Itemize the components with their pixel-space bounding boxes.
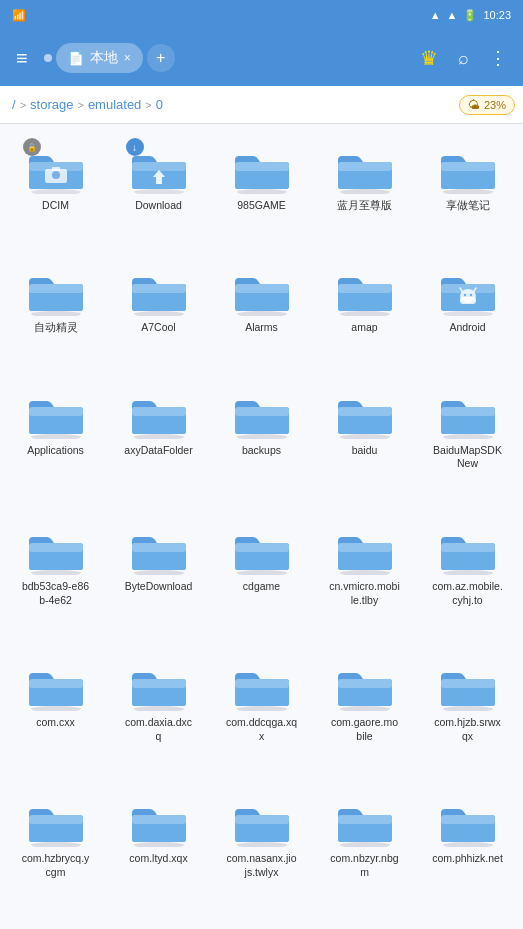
list-item[interactable]: com.nasanx.jiojs.twlyx: [210, 785, 313, 921]
folder-icon: 🔒: [25, 142, 87, 194]
breadcrumb-emulated[interactable]: emulated: [88, 97, 141, 112]
breadcrumb-storage[interactable]: storage: [30, 97, 73, 112]
svg-rect-42: [29, 407, 83, 416]
list-item[interactable]: amap: [313, 254, 416, 376]
svg-rect-15: [338, 162, 392, 171]
list-item[interactable]: BaiduMapSDKNew: [416, 377, 519, 513]
file-label: 自动精灵: [34, 321, 78, 335]
folder-icon: [25, 659, 87, 711]
svg-rect-8: [132, 162, 186, 171]
list-item[interactable]: axyDataFolder: [107, 377, 210, 513]
storage-percent: 23%: [484, 99, 506, 111]
app-bar: ≡ 📄 本地 × + ♛ ⌕ ⋮: [0, 30, 523, 86]
svg-rect-90: [132, 815, 186, 824]
list-item[interactable]: cn.vmicro.mobile.tlby: [313, 513, 416, 649]
list-item[interactable]: Applications: [4, 377, 107, 513]
list-item[interactable]: ByteDownload: [107, 513, 210, 649]
status-bar: 📶 ▲ ▲ 🔋 10:23: [0, 0, 523, 30]
file-label: 985GAME: [237, 199, 285, 213]
breadcrumb-sep1: >: [20, 99, 26, 111]
svg-point-94: [340, 842, 390, 847]
breadcrumb-sep3: >: [145, 99, 151, 111]
search-button[interactable]: ⌕: [450, 40, 477, 77]
svg-rect-24: [132, 284, 186, 293]
list-item[interactable]: cdgame: [210, 513, 313, 649]
file-label: com.hzbrycq.ycgm: [20, 852, 92, 879]
app-bar-actions: ♛ ⌕ ⋮: [412, 38, 515, 78]
tab-label: 本地: [90, 49, 118, 67]
svg-rect-27: [235, 284, 289, 293]
breadcrumb-root[interactable]: /: [12, 97, 16, 112]
svg-rect-87: [29, 815, 83, 824]
file-label: axyDataFolder: [124, 444, 192, 458]
active-tab[interactable]: 📄 本地 ×: [56, 43, 143, 73]
list-item[interactable]: 享做笔记: [416, 132, 519, 254]
list-item[interactable]: Android: [416, 254, 519, 376]
tab-dot-left: [44, 54, 52, 62]
list-item[interactable]: 蓝月至尊版: [313, 132, 416, 254]
list-item[interactable]: com.cxx: [4, 649, 107, 785]
signal-icon: ▲: [447, 9, 458, 21]
list-item[interactable]: baidu: [313, 377, 416, 513]
list-item[interactable]: com.hjzb.srwxqx: [416, 649, 519, 785]
list-item[interactable]: com.ltyd.xqx: [107, 785, 210, 921]
svg-point-82: [443, 706, 493, 711]
svg-point-19: [31, 311, 81, 316]
svg-point-73: [134, 706, 184, 711]
folder-icon: [437, 523, 499, 575]
list-item[interactable]: ↓Download: [107, 132, 210, 254]
crown-icon[interactable]: ♛: [412, 38, 446, 78]
list-item[interactable]: com.hzbrycq.ycgm: [4, 785, 107, 921]
folder-icon: [25, 795, 87, 847]
svg-point-13: [340, 189, 390, 194]
list-item[interactable]: Alarms: [210, 254, 313, 376]
tab-close-button[interactable]: ×: [124, 51, 131, 65]
svg-rect-75: [132, 679, 186, 688]
folder-icon: [437, 795, 499, 847]
svg-point-0: [31, 189, 81, 194]
wifi-icon: ▲: [430, 9, 441, 21]
file-label: cn.vmicro.mobile.tlby: [329, 580, 401, 607]
list-item[interactable]: com.az.mobile.cyhj.to: [416, 513, 519, 649]
file-label: bdb53ca9-e86b-4e62: [20, 580, 92, 607]
file-label: com.phhizk.net: [432, 852, 503, 866]
battery-icon: 🔋: [463, 9, 477, 22]
svg-point-85: [31, 842, 81, 847]
breadcrumb-current[interactable]: 0: [156, 97, 163, 112]
svg-point-55: [31, 570, 81, 575]
weather-icon: 🌤: [468, 98, 480, 112]
breadcrumb: / > storage > emulated > 0 🌤 23%: [0, 86, 523, 124]
list-item[interactable]: com.daxia.dxcq: [107, 649, 210, 785]
svg-point-25: [237, 311, 287, 316]
menu-button[interactable]: ≡: [8, 39, 36, 78]
file-label: cdgame: [243, 580, 280, 594]
svg-rect-45: [132, 407, 186, 416]
file-label: com.ddcqga.xqx: [226, 716, 298, 743]
file-label: 享做笔记: [446, 199, 490, 213]
svg-point-40: [31, 434, 81, 439]
svg-point-70: [31, 706, 81, 711]
add-tab-button[interactable]: +: [147, 44, 175, 72]
list-item[interactable]: com.nbzyr.nbgm: [313, 785, 416, 921]
svg-rect-78: [235, 679, 289, 688]
svg-point-16: [443, 189, 493, 194]
svg-rect-5: [52, 167, 60, 171]
list-item[interactable]: backups: [210, 377, 313, 513]
folder-icon: ↓: [128, 142, 190, 194]
folder-badge: 🔒: [23, 138, 41, 156]
more-options-button[interactable]: ⋮: [481, 39, 515, 77]
folder-badge: ↓: [126, 138, 144, 156]
list-item[interactable]: com.phhizk.net: [416, 785, 519, 921]
list-item[interactable]: com.gaore.mobile: [313, 649, 416, 785]
list-item[interactable]: bdb53ca9-e86b-4e62: [4, 513, 107, 649]
list-item[interactable]: A7Cool: [107, 254, 210, 376]
list-item[interactable]: 🔒DCIM: [4, 132, 107, 254]
list-item[interactable]: 985GAME: [210, 132, 313, 254]
svg-rect-99: [441, 815, 495, 824]
svg-rect-81: [338, 679, 392, 688]
list-item[interactable]: 自动精灵: [4, 254, 107, 376]
list-item[interactable]: com.ddcqga.xqx: [210, 649, 313, 785]
folder-icon: [437, 659, 499, 711]
folder-icon: [231, 795, 293, 847]
svg-point-28: [340, 311, 390, 316]
